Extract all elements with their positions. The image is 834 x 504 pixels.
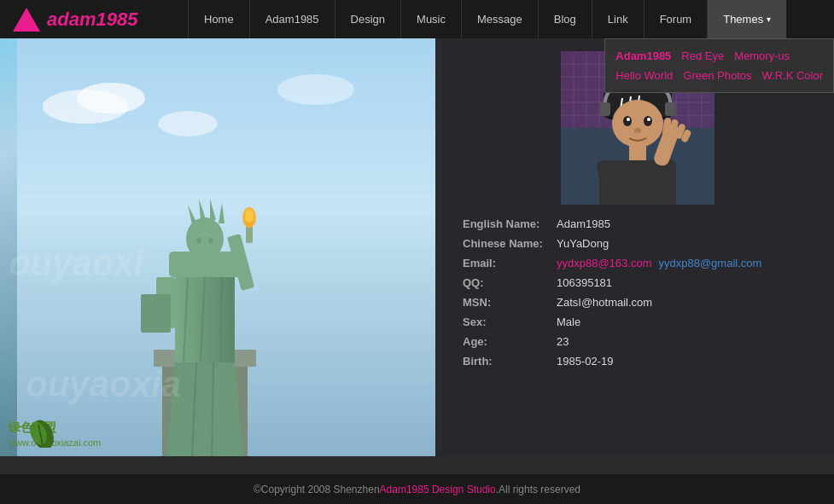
statue-of-liberty-svg	[17, 38, 435, 456]
qq-label: QQ:	[463, 276, 557, 289]
svg-point-17	[245, 209, 254, 223]
logo-text: adam1985	[47, 9, 137, 31]
svg-point-24	[208, 238, 213, 243]
logo-area: adam1985	[0, 8, 188, 32]
main-content: ouyaoxi ouyaoxia 绿色联盟 www.ouyaoxiazai.co…	[0, 38, 834, 504]
main-nav: Home Adam1985 Design Music Message Blog …	[188, 0, 786, 38]
svg-point-59	[627, 118, 630, 121]
age-label: Age:	[463, 335, 557, 348]
themes-chevron-icon: ▾	[767, 14, 771, 24]
email-163[interactable]: yydxp88@163.com	[557, 257, 651, 269]
nav-message[interactable]: Message	[461, 0, 538, 38]
theme-red-eye[interactable]: Red Eye	[681, 49, 724, 62]
leaf-icon	[26, 418, 60, 448]
themes-row-2: Hello World Green Photos W.R.K Color	[615, 66, 823, 85]
bottom-watermark: 绿色联盟 www.ouyaoxiazai.com	[9, 420, 101, 448]
nav-forum[interactable]: Forum	[644, 0, 708, 38]
chinese-name-row: Chinese Name: YuYaDong	[463, 237, 813, 250]
svg-point-61	[634, 128, 641, 133]
header: adam1985 Home Adam1985 Design Music Mess…	[0, 0, 834, 38]
nav-link[interactable]: Link	[592, 0, 644, 38]
sex-row: Sex: Male	[463, 316, 813, 328]
svg-point-2	[77, 83, 145, 113]
svg-point-4	[277, 74, 354, 105]
themes-label: Themes	[723, 13, 763, 26]
svg-point-57	[623, 116, 632, 126]
footer-prefix: ©Copyright 2008 Shenzhen	[254, 484, 380, 495]
svg-point-60	[647, 118, 650, 121]
nav-home[interactable]: Home	[188, 0, 249, 38]
svg-rect-13	[141, 294, 171, 333]
nav-themes[interactable]: Themes ▾	[707, 0, 786, 38]
email-row: Email: yydxp88@163.com yydxp88@gmail.com	[463, 257, 813, 269]
qq-row: QQ: 106395181	[463, 276, 813, 289]
age-value: 23	[557, 335, 569, 348]
sex-label: Sex:	[463, 316, 557, 328]
svg-point-23	[196, 238, 201, 243]
nav-design[interactable]: Design	[335, 0, 400, 38]
email-label: Email:	[463, 257, 557, 269]
svg-rect-55	[665, 102, 675, 116]
sex-value: Male	[557, 316, 580, 328]
chinese-name-value: YuYaDong	[557, 237, 609, 250]
footer-suffix: .All rights reserved	[496, 484, 580, 495]
english-name-row: English Name: Adam1985	[463, 217, 813, 230]
birth-value: 1985-02-19	[557, 355, 614, 368]
logo-text-content: dam1985	[57, 9, 137, 30]
theme-adam1985[interactable]: Adam1985	[615, 49, 671, 62]
svg-rect-54	[600, 102, 610, 116]
themes-row-1: Adam1985 Red Eye Memory-us	[615, 46, 823, 66]
chinese-name-label: Chinese Name:	[463, 237, 557, 250]
profile-info: English Name: Adam1985 Chinese Name: YuY…	[454, 217, 821, 368]
theme-memory-us[interactable]: Memory-us	[734, 49, 790, 62]
footer-studio-link[interactable]: Adam1985 Design Studio	[380, 484, 496, 495]
svg-rect-62	[629, 145, 646, 162]
qq-value: 106395181	[557, 276, 612, 289]
svg-point-18	[186, 217, 224, 260]
svg-point-3	[158, 111, 218, 136]
hero-background: ouyaoxi ouyaoxia 绿色联盟 www.ouyaoxiazai.co…	[0, 38, 435, 456]
theme-wrk-color[interactable]: W.R.K Color	[761, 69, 823, 82]
footer: ©Copyright 2008 Shenzhen Adam1985 Design…	[0, 474, 834, 504]
green-logo: 绿色联盟	[9, 420, 56, 436]
themes-dropdown: Adam1985 Red Eye Memory-us Hello World G…	[604, 38, 834, 93]
msn-value: ZatsI@hotmail.com	[557, 296, 652, 309]
birth-row: Birth: 1985-02-19	[463, 355, 813, 368]
age-row: Age: 23	[463, 335, 813, 348]
english-name-label: English Name:	[463, 217, 557, 230]
email-gmail[interactable]: yydxp88@gmail.com	[658, 257, 761, 269]
logo-icon	[13, 8, 40, 32]
profile-panel: × English Name: Adam1985 Chinese Name: Y…	[441, 38, 834, 456]
nav-adam1985[interactable]: Adam1985	[249, 0, 335, 38]
theme-hello-world[interactable]: Hello World	[615, 69, 673, 82]
msn-row: MSN: ZatsI@hotmail.com	[463, 296, 813, 309]
birth-label: Birth:	[463, 355, 557, 368]
nav-music[interactable]: Music	[400, 0, 461, 38]
svg-point-58	[644, 116, 652, 126]
theme-green-photos[interactable]: Green Photos	[683, 69, 751, 82]
msn-label: MSN:	[463, 296, 557, 309]
nav-blog[interactable]: Blog	[538, 0, 592, 38]
english-name-value: Adam1985	[557, 217, 610, 230]
